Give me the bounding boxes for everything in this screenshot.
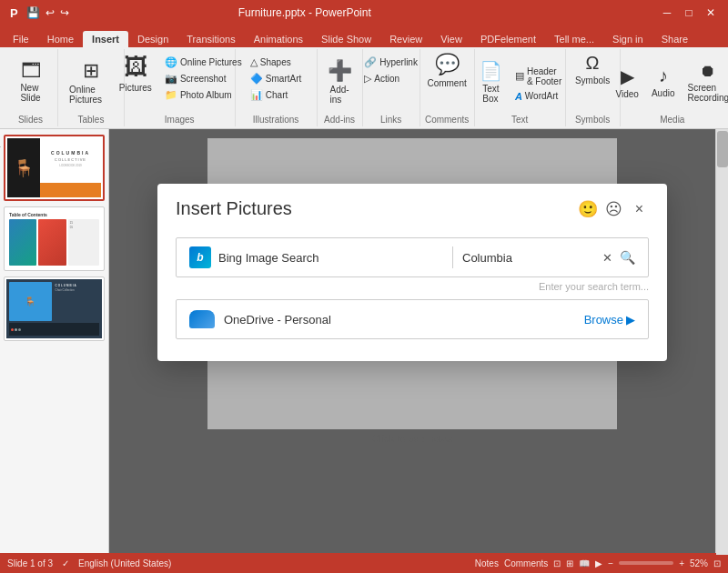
table-button[interactable]: ⊞ Online Pictures (64, 57, 118, 106)
right-scrollbar[interactable] (715, 129, 728, 553)
addins-icon: ➕ (328, 59, 352, 83)
restore-button[interactable]: □ (679, 4, 699, 22)
notes-button[interactable]: Notes (475, 558, 499, 568)
slide-3-content: 🪑 COLUMBIA Chair Collection (6, 279, 102, 338)
video-button[interactable]: ▶ Video (611, 64, 644, 101)
online-pictures-icon: 🌐 (165, 56, 177, 68)
tab-share[interactable]: Share (652, 31, 697, 47)
photo-album-button[interactable]: 📁 Photo Album (161, 87, 246, 103)
symbols-button[interactable]: Ω Symbols (570, 51, 615, 87)
modal-title: Insert Pictures (176, 198, 292, 219)
tab-home[interactable]: Home (38, 31, 83, 47)
quick-access-undo[interactable]: ↩ (46, 6, 55, 19)
tab-tellme[interactable]: Tell me... (545, 31, 603, 47)
slide-thumbnail-1[interactable]: 1 🪑 COLUMBIA COLLECTIVE LOOKBOOK 2019 (4, 135, 105, 201)
tab-design[interactable]: Design (128, 31, 177, 47)
chart-icon: 📊 (250, 89, 263, 101)
video-icon: ▶ (621, 65, 634, 87)
quick-access-redo[interactable]: ↪ (60, 6, 69, 19)
view-sorter-icon[interactable]: ⊞ (566, 558, 573, 568)
tab-signin[interactable]: Sign in (603, 31, 652, 47)
modal-body: b Bing Image Search ✕ 🔍 Enter your searc… (157, 226, 667, 361)
quick-access-save[interactable]: 💾 (26, 6, 40, 19)
comment-button[interactable]: 💬 Comment (421, 51, 471, 90)
zoom-out-button[interactable]: − (608, 558, 613, 568)
close-button[interactable]: ✕ (701, 4, 721, 22)
wordart-button[interactable]: A WordArt (511, 89, 565, 104)
photo-album-icon: 📁 (165, 89, 177, 101)
ribbon-group-text: 📄 TextBox ▤ Header& Footer A WordArt Tex… (475, 49, 566, 126)
insert-pictures-modal: Insert Pictures 🙂 ☹ × b Bin (157, 184, 667, 361)
slide-1-content: 🪑 COLUMBIA COLLECTIVE LOOKBOOK 2019 (7, 138, 101, 197)
zoom-slider[interactable] (619, 561, 673, 565)
ribbon-content: 🗔 NewSlide Slides ⊞ Online Pictures Tabl… (0, 47, 728, 129)
slide-thumbnail-3[interactable]: 3 🪑 COLUMBIA Chair Collection (4, 276, 105, 341)
smartart-button[interactable]: 🔷 SmartArt (247, 71, 305, 86)
tab-animations[interactable]: Animations (245, 31, 312, 47)
screenshot-button[interactable]: 📷 Screenshot (161, 71, 246, 86)
media-group-label: Media (660, 113, 684, 125)
tab-insert[interactable]: Insert (83, 31, 128, 47)
chart-button[interactable]: 📊 Chart (247, 87, 305, 103)
wordart-icon: A (515, 91, 522, 102)
addins-button[interactable]: ➕ Add-ins (321, 57, 358, 106)
tab-review[interactable]: Review (380, 31, 431, 47)
comment-icon: 💬 (435, 53, 460, 76)
zoom-in-button[interactable]: + (679, 558, 684, 568)
table-icon: ⊞ (83, 59, 99, 83)
tab-transitions[interactable]: Transitions (177, 31, 244, 47)
ribbon-group-images: 🖼 Pictures 🌐 Online Pictures 📷 Screensho… (125, 49, 236, 126)
audio-button[interactable]: ♪ Audio (646, 64, 681, 100)
tab-view[interactable]: View (431, 31, 471, 47)
images-group-label: Images (165, 113, 195, 125)
action-button[interactable]: ▷ Action (360, 71, 421, 86)
tables-group-label: Tables (77, 113, 104, 125)
pictures-button[interactable]: 🖼 Pictures (114, 51, 157, 95)
online-pictures-button[interactable]: 🌐 Online Pictures (161, 55, 246, 70)
search-input-wrap: ✕ 🔍 (453, 248, 648, 266)
hyperlink-button[interactable]: 🔗 Hyperlink (360, 55, 421, 70)
clear-search-button[interactable]: ✕ (599, 249, 616, 266)
modal-close-button[interactable]: × (630, 199, 649, 219)
slide-thumbnail-2[interactable]: 2 Table of Contents 21 01 (4, 206, 105, 271)
onedrive-icon (189, 310, 215, 328)
bing-icon: b (189, 246, 211, 268)
ribbon-group-media: ▶ Video ♪ Audio ⏺ ScreenRecording Media (621, 49, 724, 126)
screen-recording-button[interactable]: ⏺ ScreenRecording (682, 60, 729, 105)
shapes-icon: △ (250, 56, 258, 68)
comments-button[interactable]: Comments (504, 558, 548, 568)
language-indicator[interactable]: English (United States) (78, 558, 171, 568)
view-reading-icon[interactable]: 📖 (579, 558, 590, 568)
symbols-group-label: Symbols (575, 113, 610, 125)
textbox-button[interactable]: 📄 TextBox (474, 58, 508, 106)
search-go-button[interactable]: 🔍 (616, 248, 639, 266)
minimize-button[interactable]: ─ (657, 4, 677, 22)
tab-pdfelement[interactable]: PDFelement (471, 31, 545, 47)
search-hint: Enter your search term... (176, 281, 649, 292)
smiley-happy-icon[interactable]: 🙂 (578, 199, 598, 219)
slide-number-1: 1 (0, 140, 1, 149)
smiley-sad-icon[interactable]: ☹ (605, 199, 622, 219)
new-slide-button[interactable]: 🗔 NewSlide (13, 59, 49, 105)
scrollbar-thumb[interactable] (717, 131, 728, 167)
ribbon-group-illustrations: △ Shapes 🔷 SmartArt 📊 Chart Illustration… (236, 49, 318, 126)
header-footer-button[interactable]: ▤ Header& Footer (511, 65, 565, 88)
accessibility-check-icon: ✓ (62, 558, 69, 568)
action-icon: ▷ (364, 73, 371, 85)
browse-button[interactable]: Browse ▶ (584, 313, 635, 327)
tab-file[interactable]: File (4, 31, 38, 47)
window-controls[interactable]: ─ □ ✕ (657, 4, 721, 22)
hyperlink-icon: 🔗 (364, 56, 377, 68)
shapes-button[interactable]: △ Shapes (247, 55, 305, 70)
onedrive-label: OneDrive - Personal (224, 313, 584, 327)
browse-label: Browse (584, 313, 623, 327)
status-bar-right: Notes Comments ⊡ ⊞ 📖 ▶ − + 52% ⊡ (475, 558, 721, 568)
fit-to-window-button[interactable]: ⊡ (713, 558, 721, 568)
bing-search-input[interactable] (462, 251, 599, 265)
title-bar-left: P 💾 ↩ ↪ Furniture.pptx - PowerPoint (7, 6, 371, 20)
symbols-icon: Ω (586, 53, 600, 74)
main-area: 1 🪑 COLUMBIA COLLECTIVE LOOKBOOK 2019 2 (0, 129, 728, 553)
view-normal-icon[interactable]: ⊡ (553, 558, 561, 568)
view-presenter-icon[interactable]: ▶ (595, 558, 602, 568)
tab-slideshow[interactable]: Slide Show (312, 31, 380, 47)
